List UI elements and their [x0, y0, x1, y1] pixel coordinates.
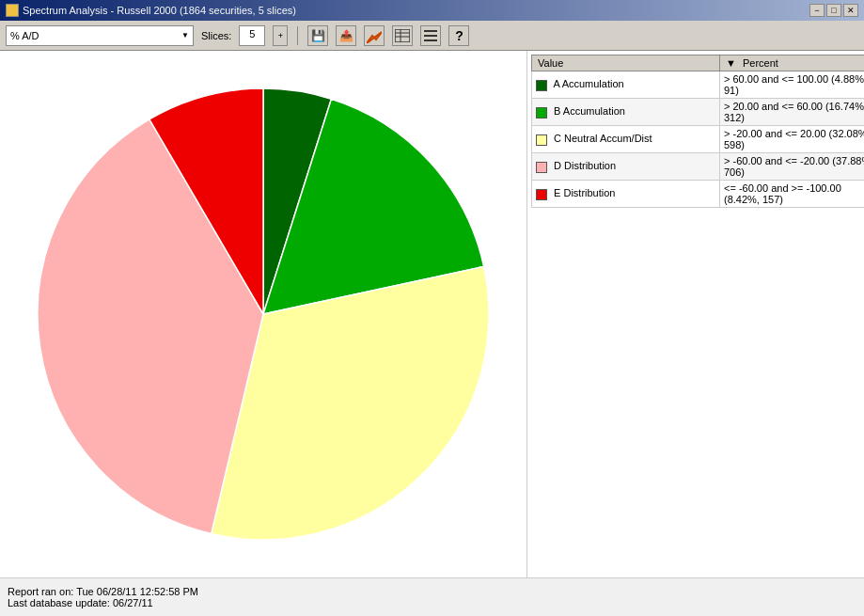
legend-label: E Distribution [554, 187, 615, 198]
col-percent-header: ▼ Percent [720, 55, 865, 71]
legend-row: A Accumulation > 60.00 and <= 100.00 (4.… [532, 71, 865, 99]
legend-color-box [536, 162, 547, 173]
sort-icon: ▼ [726, 57, 736, 69]
legend-label: A Accumulation [553, 78, 623, 89]
main-content: % A/D ▼ Slices: 5 + 💾 📤 [0, 21, 864, 616]
report-ran-line: Report ran on: Tue 06/28/11 12:52:58 PM [8, 586, 864, 597]
legend-label-cell: D Distribution [532, 153, 720, 181]
svg-marker-0 [367, 32, 382, 43]
legend-range-cell: <= -60.00 and >= -100.00 (8.42%, 157) [720, 181, 865, 208]
legend-range-cell: > 60.00 and <= 100.00 (4.88%, 91) [720, 71, 865, 99]
window-title: Spectrum Analysis - Russell 2000 (1864 s… [23, 5, 296, 16]
export-icon[interactable]: 📤 [336, 25, 356, 46]
legend-label: B Accumulation [554, 105, 625, 117]
legend-color-box [536, 134, 547, 146]
legend-label: D Distribution [554, 160, 616, 171]
legend-row: B Accumulation > 20.00 and <= 60.00 (16.… [532, 99, 865, 126]
legend-row: D Distribution > -60.00 and <= -20.00 (3… [532, 153, 865, 181]
legend-row: C Neutral Accum/Dist > -20.00 and <= 20.… [532, 126, 865, 153]
legend-label-cell: B Accumulation [532, 99, 720, 126]
save-icon[interactable]: 💾 [307, 25, 328, 46]
db-update-line: Last database update: 06/27/11 [8, 597, 864, 608]
dropdown-value: % A/D [10, 30, 39, 41]
legend-label: C Neutral Accum/Dist [554, 133, 652, 144]
legend-label-cell: A Accumulation [532, 71, 720, 99]
legend-range-cell: > -20.00 and <= 20.00 (32.08%, 598) [720, 126, 865, 153]
svg-rect-1 [395, 29, 410, 42]
chart-area [0, 51, 526, 577]
menu-icon[interactable] [420, 25, 441, 46]
slices-label: Slices: [201, 30, 231, 41]
maximize-button[interactable]: □ [826, 4, 841, 17]
legend-color-box [536, 80, 547, 91]
footer: Report ran on: Tue 06/28/11 12:52:58 PM … [0, 577, 864, 616]
separator [297, 26, 298, 45]
legend-color-box [536, 107, 547, 118]
legend-table: Value ▼ Percent A Accumulation > 60.00 [531, 55, 864, 208]
legend-area: Value ▼ Percent A Accumulation > 60.00 [526, 51, 864, 577]
legend-range-cell: > 20.00 and <= 60.00 (16.74%, 312) [720, 99, 865, 126]
col-value-header: Value [532, 55, 720, 71]
indicator-dropdown[interactable]: % A/D ▼ [6, 25, 194, 46]
legend-row: E Distribution <= -60.00 and >= -100.00 … [532, 181, 865, 208]
minimize-button[interactable]: − [809, 4, 825, 17]
legend-label-cell: C Neutral Accum/Dist [532, 126, 720, 153]
toolbar: % A/D ▼ Slices: 5 + 💾 📤 [0, 21, 864, 51]
help-icon[interactable]: ? [448, 25, 469, 46]
table-icon[interactable] [392, 25, 413, 46]
pie-chart [19, 70, 508, 559]
chart-icon[interactable] [364, 25, 385, 46]
slices-input[interactable]: 5 [239, 25, 265, 46]
chevron-down-icon: ▼ [181, 31, 189, 39]
legend-label-cell: E Distribution [532, 181, 720, 208]
app-icon [6, 4, 19, 17]
slices-increment-button[interactable]: + [273, 25, 288, 46]
legend-color-box [536, 189, 547, 200]
title-bar: Spectrum Analysis - Russell 2000 (1864 s… [0, 0, 864, 21]
legend-range-cell: > -60.00 and <= -20.00 (37.88%, 706) [720, 153, 865, 181]
close-button[interactable]: ✕ [843, 4, 858, 17]
